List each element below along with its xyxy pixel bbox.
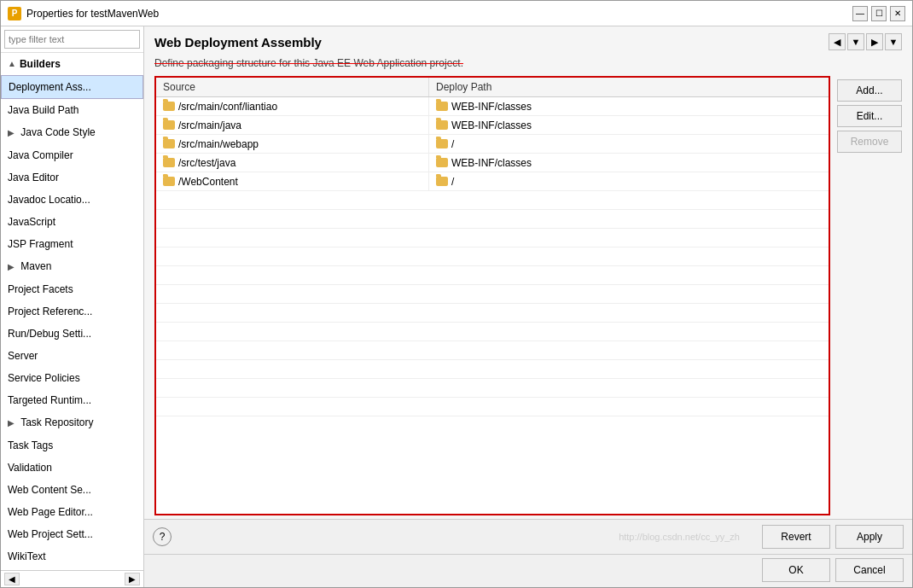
folder-icon [436, 158, 448, 167]
expand-arrow-task-repo: ▶ [8, 418, 15, 428]
sidebar-item-server[interactable]: Server [1, 345, 143, 367]
table-row-empty [156, 379, 829, 398]
nav-dropdown[interactable]: ▼ [847, 33, 864, 50]
folder-icon [436, 139, 448, 148]
revert-button[interactable]: Revert [762, 525, 830, 549]
table-body: /src/main/conf/liantiao WEB-INF/classes [156, 97, 829, 514]
right-bottom: http://blog.csdn.net/cc_yy_zh Revert App… [619, 525, 904, 549]
sidebar-item-task-tags[interactable]: Task Tags [1, 434, 143, 457]
sidebar-item-deployment-assembly[interactable]: Deployment Ass... [1, 75, 143, 99]
folder-icon [436, 102, 448, 111]
right-header: Web Deployment Assembly ◀ ▼ ▶ ▼ [144, 26, 912, 54]
main-content-row: Source Deploy Path /src/main/conf/lianti… [154, 76, 902, 515]
table-row[interactable]: /src/main/java WEB-INF/classes [156, 116, 829, 135]
deploy-cell-4: / [429, 172, 829, 190]
table-row[interactable]: /src/main/webapp / [156, 135, 829, 154]
sidebar-item-project-references[interactable]: Project Referenc... [1, 300, 143, 323]
sidebar-item-jsp-fragment[interactable]: JSP Fragment [1, 233, 143, 255]
sidebar-scroll-controls: ◀ ▶ [1, 570, 143, 587]
remove-button[interactable]: Remove [837, 131, 902, 153]
col-deploy-path: Deploy Path [429, 78, 829, 96]
table-row-empty [156, 360, 829, 379]
sidebar-item-web-content-settings[interactable]: Web Content Se... [1, 479, 143, 501]
sidebar-item-web-page-editor[interactable]: Web Page Editor... [1, 501, 143, 523]
table-row-empty [156, 210, 829, 229]
source-cell-1: /src/main/java [156, 116, 429, 134]
table-row-empty [156, 229, 829, 247]
source-cell-0: /src/main/conf/liantiao [156, 97, 429, 115]
deploy-cell-1: WEB-INF/classes [429, 116, 829, 134]
sidebar-item-maven[interactable]: ▶ Maven [1, 255, 143, 278]
page-title: Web Deployment Assembly [154, 35, 322, 49]
ok-button[interactable]: OK [762, 558, 830, 582]
close-button[interactable]: ✕ [890, 6, 905, 21]
table-row[interactable]: /src/test/java WEB-INF/classes [156, 154, 829, 172]
folder-icon [436, 120, 448, 130]
forward-button[interactable]: ▶ [866, 33, 883, 50]
title-bar: P Properties for testMavenWeb — ☐ ✕ [1, 1, 912, 26]
sidebar-item-web-project-settings[interactable]: Web Project Sett... [1, 523, 143, 545]
right-panel: Web Deployment Assembly ◀ ▼ ▶ ▼ Define p… [144, 26, 912, 587]
filter-box [1, 26, 143, 53]
sidebar-item-task-repository[interactable]: ▶ Task Repository [1, 411, 143, 434]
table-row-empty [156, 341, 829, 360]
window-controls: — ☐ ✕ [852, 6, 905, 21]
sidebar-item-wikitext[interactable]: WikiText [1, 545, 143, 568]
help-button[interactable]: ? [153, 527, 172, 546]
table-row-empty [156, 285, 829, 304]
back-button[interactable]: ◀ [829, 33, 846, 50]
expand-arrow: ▲ [8, 55, 16, 73]
deploy-cell-3: WEB-INF/classes [429, 154, 829, 172]
table-row[interactable]: /src/main/conf/liantiao WEB-INF/classes [156, 97, 829, 116]
scroll-right-button[interactable]: ▶ [125, 573, 140, 585]
table-row-empty [156, 398, 829, 416]
sidebar-item-java-code-style[interactable]: ▶ Java Code Style [1, 121, 143, 144]
source-cell-4: /WebContent [156, 172, 429, 190]
expand-arrow-maven: ▶ [8, 262, 15, 271]
folder-icon [163, 120, 175, 130]
edit-button[interactable]: Edit... [837, 105, 902, 127]
folder-icon [163, 139, 175, 148]
cancel-button[interactable]: Cancel [835, 558, 904, 582]
minimize-button[interactable]: — [852, 6, 868, 21]
folder-icon [163, 158, 175, 167]
content-area: ▲ Builders Deployment Ass... Java Build … [1, 26, 912, 587]
left-panel: ▲ Builders Deployment Ass... Java Build … [1, 26, 144, 587]
forward-dropdown[interactable]: ▼ [885, 33, 902, 50]
add-button[interactable]: Add... [837, 79, 902, 102]
table-row-empty [156, 247, 829, 266]
source-cell-3: /src/test/java [156, 154, 429, 172]
apply-button[interactable]: Apply [835, 525, 904, 549]
right-content: Define packaging structure for this Java… [144, 54, 912, 519]
main-window: P Properties for testMavenWeb — ☐ ✕ ▲ Bu… [0, 0, 913, 588]
sidebar-item-java-editor[interactable]: Java Editor [1, 166, 143, 189]
table-header: Source Deploy Path [156, 78, 829, 97]
bottom-action-row: ? http://blog.csdn.net/cc_yy_zh Revert A… [144, 519, 912, 554]
sidebar-item-service-policies[interactable]: Service Policies [1, 367, 143, 389]
watermark-text: http://blog.csdn.net/cc_yy_zh [619, 532, 740, 542]
scroll-left-button[interactable]: ◀ [4, 573, 20, 585]
folder-icon [163, 177, 175, 186]
window-title: Properties for testMavenWeb [26, 8, 852, 20]
sidebar-item-javadoc-location[interactable]: Javadoc Locatio... [1, 189, 143, 211]
sidebar-nav: ▲ Builders Deployment Ass... Java Build … [1, 53, 143, 570]
col-source: Source [156, 78, 429, 96]
sidebar-item-validation[interactable]: Validation [1, 457, 143, 479]
table-row-empty [156, 266, 829, 285]
table-row[interactable]: /WebContent / [156, 172, 829, 191]
sidebar-item-java-build-path[interactable]: Java Build Path [1, 99, 143, 121]
deploy-cell-2: / [429, 135, 829, 153]
sidebar-item-run-debug[interactable]: Run/Debug Setti... [1, 323, 143, 345]
window-icon: P [8, 7, 21, 20]
sidebar-item-java-compiler[interactable]: Java Compiler [1, 144, 143, 166]
nav-buttons: ◀ ▼ ▶ ▼ [829, 33, 902, 50]
sidebar-item-targeted-runtimes[interactable]: Targeted Runtim... [1, 389, 143, 411]
sidebar-item-builders[interactable]: ▲ Builders [1, 53, 143, 75]
ok-cancel-row: OK Cancel [144, 554, 912, 587]
sidebar-item-project-facets[interactable]: Project Facets [1, 278, 143, 300]
filter-input[interactable] [4, 30, 140, 49]
table-container: Source Deploy Path /src/main/conf/lianti… [154, 76, 830, 515]
maximize-button[interactable]: ☐ [871, 6, 887, 21]
table-row-empty [156, 191, 829, 210]
sidebar-item-javascript[interactable]: JavaScript [1, 211, 143, 233]
